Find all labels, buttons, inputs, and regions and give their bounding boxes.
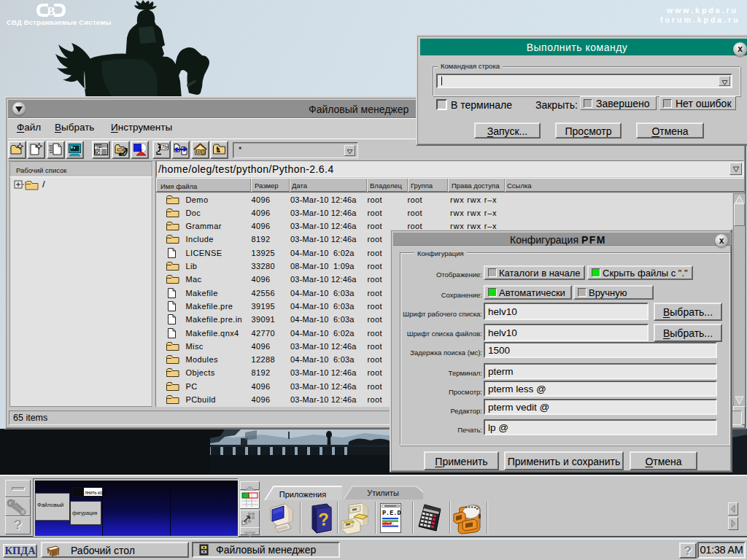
svg-text:7bi: 7bi [161, 144, 169, 150]
svg-text:?: ? [317, 509, 330, 529]
svg-text:P.E.D!: P.E.D! [382, 510, 401, 517]
svg-text:В: В [47, 4, 55, 18]
svg-text:HELP:: HELP: [382, 521, 395, 526]
